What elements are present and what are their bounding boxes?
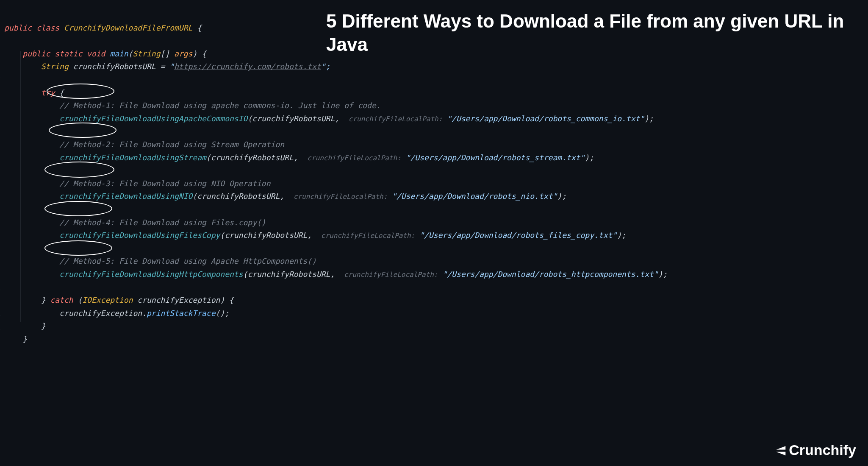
code-line-comment-2: // Method-2: File Download using Stream … (4, 140, 284, 149)
code-line-try: try { (4, 88, 64, 97)
gutter-fold-icon[interactable]: ⌄ (0, 286, 4, 293)
keyword-public: public (4, 23, 32, 32)
page-title: 5 Different Ways to Download a File from… (326, 9, 851, 56)
code-line-comment-1: // Method-1: File Download using apache … (4, 101, 381, 110)
code-line-call-2: crunchifyFileDownloadUsingStream(crunchi… (4, 153, 594, 162)
code-line-call-5: crunchifyFileDownloadUsingHttpComponents… (4, 270, 667, 279)
brand-name: Crunchify (789, 442, 856, 458)
gutter-fold-icon[interactable]: ⌃ (0, 326, 4, 333)
code-line-call-3: crunchifyFileDownloadUsingNIO(crunchifyR… (4, 192, 566, 201)
code-line-close-catch: } (4, 321, 46, 330)
keyword-class: class (36, 23, 59, 32)
code-line-class-decl: public class CrunchifyDownloadFileFromUR… (4, 23, 202, 32)
method-main: main (110, 49, 128, 58)
url-literal: https://crunchify.com/robots.txt (174, 62, 321, 71)
code-line-comment-3: // Method-3: File Download using NIO Ope… (4, 179, 271, 188)
class-name: CrunchifyDownloadFileFromURL (64, 23, 192, 32)
gutter-fold-icon[interactable]: ⌄ (0, 73, 4, 80)
code-line-main-decl: public static void main(String[] args) { (4, 49, 206, 58)
code-line-call-1: crunchifyFileDownloadUsingApacheCommonsI… (4, 114, 654, 123)
code-line-stacktrace: crunchifyException.printStackTrace(); (4, 309, 229, 318)
code-line-call-4: crunchifyFileDownloadUsingFilesCopy(crun… (4, 231, 626, 240)
code-line-close-main: } (4, 335, 27, 343)
code-line-comment-5: // Method-5: File Download using Apache … (4, 257, 316, 265)
indent-guide (20, 51, 21, 322)
code-line-comment-4: // Method-4: File Download using Files.c… (4, 218, 266, 227)
code-line-catch: } catch (IOException crunchifyException)… (4, 296, 234, 304)
crunchify-icon (772, 444, 786, 457)
code-line-url-var: String crunchifyRobotsURL = "https://cru… (4, 62, 330, 71)
brand-logo: Crunchify (772, 442, 856, 458)
gutter-fold-icon[interactable]: ⌃ (0, 313, 4, 320)
